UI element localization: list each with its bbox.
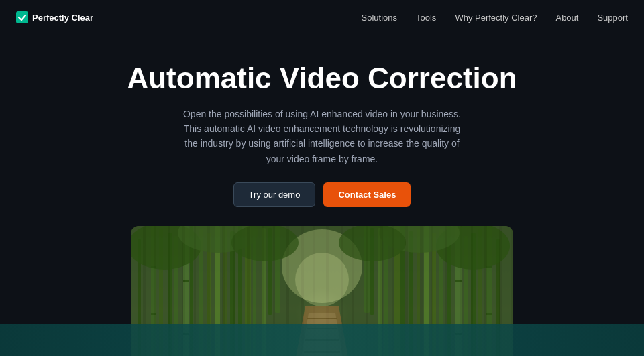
svg-rect-57	[486, 313, 492, 315]
bottom-band	[0, 324, 644, 356]
hero-buttons: Try our demo Contact Sales	[13, 182, 631, 207]
svg-rect-51	[151, 313, 156, 315]
hero-description: Open the possibilities of using AI enhan…	[181, 107, 463, 167]
svg-rect-53	[183, 280, 189, 282]
nav-item-about[interactable]: About	[555, 11, 578, 23]
nav-item-solutions[interactable]: Solutions	[362, 11, 397, 23]
svg-rect-0	[16, 11, 28, 23]
logo-icon	[16, 11, 28, 23]
nav-links: Solutions Tools Why Perfectly Clear? Abo…	[362, 11, 628, 23]
try-demo-button[interactable]: Try our demo	[233, 182, 316, 207]
hero-section: Automatic Video Correction Open the poss…	[0, 35, 644, 356]
nav-item-support[interactable]: Support	[597, 11, 628, 23]
nav-item-why[interactable]: Why Perfectly Clear?	[455, 11, 537, 23]
contact-sales-button[interactable]: Contact Sales	[323, 182, 411, 207]
navbar: Perfectly Clear Solutions Tools Why Perf…	[0, 0, 644, 35]
svg-rect-59	[455, 280, 462, 282]
svg-point-3	[295, 253, 349, 306]
hero-heading: Automatic Video Correction	[13, 62, 631, 96]
logo[interactable]: Perfectly Clear	[16, 11, 93, 23]
brand-name: Perfectly Clear	[32, 13, 93, 23]
nav-item-tools[interactable]: Tools	[416, 11, 436, 23]
